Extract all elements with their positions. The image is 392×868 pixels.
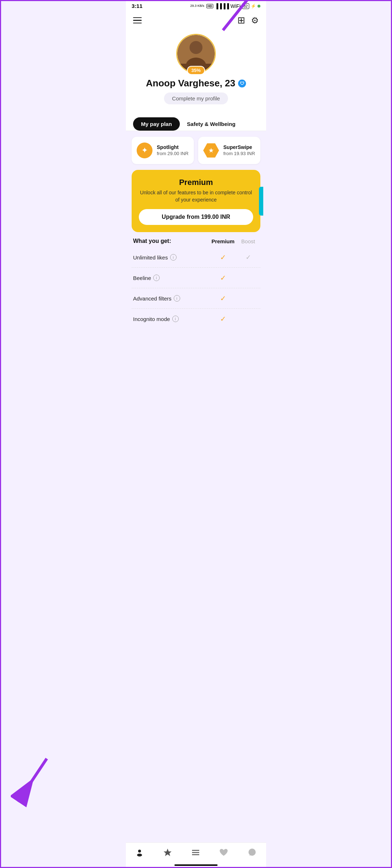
superswipe-icon: ★ bbox=[203, 143, 219, 158]
feature-label-incognito-mode: Incognito mode bbox=[133, 316, 170, 322]
spotlight-name: Spotlight bbox=[157, 144, 188, 150]
boost-check-unlimited-likes: ✓ bbox=[237, 253, 259, 261]
svg-point-2 bbox=[190, 41, 202, 54]
tab-safety-wellbeing[interactable]: Safety & Wellbeing bbox=[184, 117, 238, 131]
tab-my-pay-plan[interactable]: My pay plan bbox=[133, 117, 180, 131]
feature-label-beeline: Beeline bbox=[133, 275, 151, 281]
features-header-premium: Premium bbox=[209, 238, 237, 244]
feature-cards: ✦ Spotlight from 29.00 INR ★ SuperSwipe … bbox=[126, 131, 266, 164]
tabs-section: My pay plan Safety & Wellbeing bbox=[126, 112, 266, 131]
info-incognito-mode[interactable]: i bbox=[172, 316, 179, 322]
hamburger-menu[interactable] bbox=[133, 17, 142, 24]
verified-badge: 🛡 bbox=[238, 80, 246, 87]
feature-label-advanced-filters: Advanced filters bbox=[133, 295, 172, 302]
features-header-label: What you get: bbox=[133, 238, 209, 244]
features-table: What you get: Premium Boost Unlimited li… bbox=[126, 232, 266, 365]
arrow-settings bbox=[212, 0, 263, 34]
user-name: Anoop Varghese, 23 🛡 bbox=[146, 78, 246, 89]
premium-check-unlimited-likes: ✓ bbox=[209, 253, 237, 262]
premium-check-advanced-filters: ✓ bbox=[209, 294, 237, 303]
feature-row-incognito-mode: Incognito mode i ✓ bbox=[132, 309, 260, 329]
profile-section: 35% Anoop Varghese, 23 🛡 Complete my pro… bbox=[126, 30, 266, 112]
info-beeline[interactable]: i bbox=[153, 275, 160, 281]
feature-row-unlimited-likes: Unlimited likes i ✓ ✓ bbox=[132, 247, 260, 268]
profile-percent: 35% bbox=[187, 66, 205, 75]
feature-label-unlimited-likes: Unlimited likes bbox=[133, 254, 168, 261]
info-unlimited-likes[interactable]: i bbox=[170, 254, 177, 261]
spotlight-card[interactable]: ✦ Spotlight from 29.00 INR bbox=[132, 137, 194, 164]
info-advanced-filters[interactable]: i bbox=[174, 295, 180, 302]
upgrade-button[interactable]: Upgrade from 199.00 INR bbox=[139, 209, 253, 225]
superswipe-price: from 19.93 INR bbox=[223, 151, 255, 156]
spotlight-icon: ✦ bbox=[137, 143, 152, 158]
features-header: What you get: Premium Boost bbox=[132, 238, 260, 247]
complete-profile-button[interactable]: Complete my profile bbox=[164, 92, 228, 104]
premium-check-incognito-mode: ✓ bbox=[209, 315, 237, 323]
network-speed: 29.3 KB/s bbox=[190, 4, 204, 8]
spotlight-price: from 29.00 INR bbox=[157, 151, 188, 156]
premium-title: Premium bbox=[139, 178, 253, 187]
superswipe-name: SuperSwipe bbox=[223, 144, 255, 150]
premium-banner: Premium Unlock all of our features to be… bbox=[132, 170, 260, 232]
features-header-boost: Boost bbox=[237, 238, 259, 244]
superswipe-card[interactable]: ★ SuperSwipe from 19.93 INR bbox=[198, 137, 260, 164]
avatar-container: 35% bbox=[176, 34, 216, 73]
status-time: 3:11 bbox=[132, 3, 142, 9]
premium-check-beeline: ✓ bbox=[209, 273, 237, 282]
teal-bar bbox=[259, 187, 263, 216]
feature-row-advanced-filters: Advanced filters i ✓ bbox=[132, 288, 260, 309]
premium-desc: Unlock all of our features to be in comp… bbox=[139, 189, 253, 203]
feature-row-beeline: Beeline i ✓ bbox=[132, 268, 260, 288]
